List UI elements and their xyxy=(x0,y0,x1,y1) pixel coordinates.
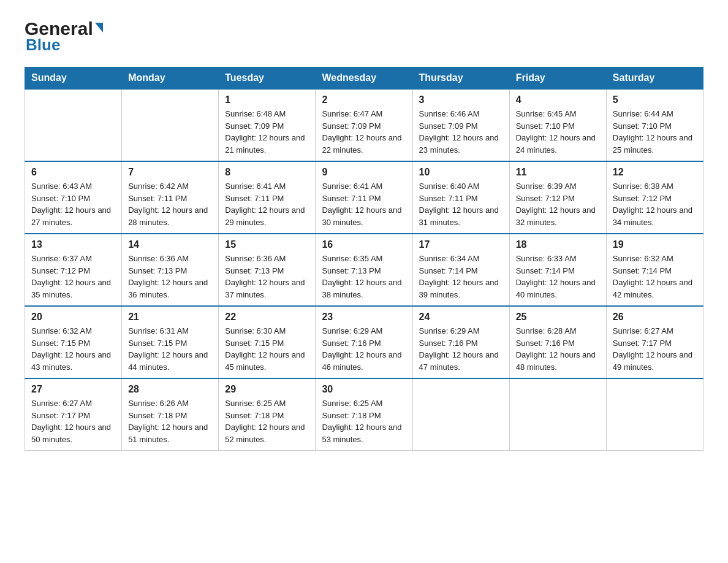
calendar-cell: 19Sunrise: 6:32 AMSunset: 7:14 PMDayligh… xyxy=(606,234,703,306)
header-wednesday: Wednesday xyxy=(316,67,412,90)
calendar-cell: 13Sunrise: 6:37 AMSunset: 7:12 PMDayligh… xyxy=(25,234,122,306)
day-number: 1 xyxy=(225,94,309,105)
day-info: Sunrise: 6:32 AMSunset: 7:15 PMDaylight:… xyxy=(31,325,115,373)
day-info: Sunrise: 6:41 AMSunset: 7:11 PMDaylight:… xyxy=(225,180,309,228)
day-number: 30 xyxy=(322,384,406,395)
calendar-cell xyxy=(412,378,509,451)
day-info: Sunrise: 6:37 AMSunset: 7:12 PMDaylight:… xyxy=(31,253,115,301)
calendar-week-row: 13Sunrise: 6:37 AMSunset: 7:12 PMDayligh… xyxy=(25,234,703,306)
day-info: Sunrise: 6:38 AMSunset: 7:12 PMDaylight:… xyxy=(613,180,697,228)
calendar-cell: 29Sunrise: 6:25 AMSunset: 7:18 PMDayligh… xyxy=(219,378,316,451)
header-saturday: Saturday xyxy=(606,67,703,90)
day-number: 11 xyxy=(516,167,600,178)
day-info: Sunrise: 6:30 AMSunset: 7:15 PMDaylight:… xyxy=(225,325,309,373)
day-number: 16 xyxy=(322,239,406,250)
calendar-cell: 8Sunrise: 6:41 AMSunset: 7:11 PMDaylight… xyxy=(219,161,316,234)
calendar-cell: 21Sunrise: 6:31 AMSunset: 7:15 PMDayligh… xyxy=(122,306,219,378)
day-number: 2 xyxy=(322,94,406,105)
header-thursday: Thursday xyxy=(412,67,509,90)
day-number: 4 xyxy=(516,94,600,105)
day-number: 15 xyxy=(225,239,309,250)
day-info: Sunrise: 6:27 AMSunset: 7:17 PMDaylight:… xyxy=(613,325,697,373)
header-tuesday: Tuesday xyxy=(219,67,316,90)
day-info: Sunrise: 6:25 AMSunset: 7:18 PMDaylight:… xyxy=(225,397,309,445)
logo-arrow-icon xyxy=(95,23,103,33)
day-info: Sunrise: 6:28 AMSunset: 7:16 PMDaylight:… xyxy=(516,325,600,373)
calendar-cell: 2Sunrise: 6:47 AMSunset: 7:09 PMDaylight… xyxy=(316,89,412,161)
day-number: 20 xyxy=(31,312,115,323)
header-sunday: Sunday xyxy=(25,67,122,90)
logo: General Blue xyxy=(25,18,103,55)
day-info: Sunrise: 6:34 AMSunset: 7:14 PMDaylight:… xyxy=(419,253,503,301)
day-info: Sunrise: 6:36 AMSunset: 7:13 PMDaylight:… xyxy=(128,253,212,301)
calendar-cell: 30Sunrise: 6:25 AMSunset: 7:18 PMDayligh… xyxy=(316,378,412,451)
calendar-cell: 24Sunrise: 6:29 AMSunset: 7:16 PMDayligh… xyxy=(412,306,509,378)
calendar-cell: 7Sunrise: 6:42 AMSunset: 7:11 PMDaylight… xyxy=(122,161,219,234)
calendar-header-row: SundayMondayTuesdayWednesdayThursdayFrid… xyxy=(25,67,703,90)
calendar-table: SundayMondayTuesdayWednesdayThursdayFrid… xyxy=(25,67,703,451)
calendar-cell: 12Sunrise: 6:38 AMSunset: 7:12 PMDayligh… xyxy=(606,161,703,234)
header-monday: Monday xyxy=(122,67,219,90)
day-number: 10 xyxy=(419,167,503,178)
day-number: 7 xyxy=(128,167,212,178)
calendar-cell: 26Sunrise: 6:27 AMSunset: 7:17 PMDayligh… xyxy=(606,306,703,378)
calendar-cell: 15Sunrise: 6:36 AMSunset: 7:13 PMDayligh… xyxy=(219,234,316,306)
calendar-cell: 9Sunrise: 6:41 AMSunset: 7:11 PMDaylight… xyxy=(316,161,412,234)
calendar-cell: 10Sunrise: 6:40 AMSunset: 7:11 PMDayligh… xyxy=(412,161,509,234)
day-number: 26 xyxy=(613,312,697,323)
day-number: 8 xyxy=(225,167,309,178)
day-number: 9 xyxy=(322,167,406,178)
day-info: Sunrise: 6:31 AMSunset: 7:15 PMDaylight:… xyxy=(128,325,212,373)
day-number: 25 xyxy=(516,312,600,323)
day-info: Sunrise: 6:41 AMSunset: 7:11 PMDaylight:… xyxy=(322,180,406,228)
calendar-cell: 28Sunrise: 6:26 AMSunset: 7:18 PMDayligh… xyxy=(122,378,219,451)
calendar-cell: 4Sunrise: 6:45 AMSunset: 7:10 PMDaylight… xyxy=(509,89,606,161)
day-number: 21 xyxy=(128,312,212,323)
calendar-cell: 27Sunrise: 6:27 AMSunset: 7:17 PMDayligh… xyxy=(25,378,122,451)
page-header: General Blue xyxy=(25,18,703,55)
day-number: 24 xyxy=(419,312,503,323)
day-info: Sunrise: 6:48 AMSunset: 7:09 PMDaylight:… xyxy=(225,108,309,156)
day-number: 12 xyxy=(613,167,697,178)
calendar-week-row: 6Sunrise: 6:43 AMSunset: 7:10 PMDaylight… xyxy=(25,161,703,234)
day-number: 13 xyxy=(31,239,115,250)
day-number: 23 xyxy=(322,312,406,323)
day-number: 22 xyxy=(225,312,309,323)
day-number: 3 xyxy=(419,94,503,105)
day-info: Sunrise: 6:47 AMSunset: 7:09 PMDaylight:… xyxy=(322,108,406,156)
day-number: 19 xyxy=(613,239,697,250)
day-info: Sunrise: 6:29 AMSunset: 7:16 PMDaylight:… xyxy=(419,325,503,373)
day-info: Sunrise: 6:44 AMSunset: 7:10 PMDaylight:… xyxy=(613,108,697,156)
header-friday: Friday xyxy=(509,67,606,90)
day-info: Sunrise: 6:29 AMSunset: 7:16 PMDaylight:… xyxy=(322,325,406,373)
day-info: Sunrise: 6:42 AMSunset: 7:11 PMDaylight:… xyxy=(128,180,212,228)
calendar-week-row: 1Sunrise: 6:48 AMSunset: 7:09 PMDaylight… xyxy=(25,89,703,161)
day-info: Sunrise: 6:45 AMSunset: 7:10 PMDaylight:… xyxy=(516,108,600,156)
calendar-cell: 3Sunrise: 6:46 AMSunset: 7:09 PMDaylight… xyxy=(412,89,509,161)
day-number: 5 xyxy=(613,94,697,105)
calendar-cell: 14Sunrise: 6:36 AMSunset: 7:13 PMDayligh… xyxy=(122,234,219,306)
calendar-cell: 23Sunrise: 6:29 AMSunset: 7:16 PMDayligh… xyxy=(316,306,412,378)
day-info: Sunrise: 6:27 AMSunset: 7:17 PMDaylight:… xyxy=(31,397,115,445)
day-info: Sunrise: 6:32 AMSunset: 7:14 PMDaylight:… xyxy=(613,253,697,301)
day-info: Sunrise: 6:35 AMSunset: 7:13 PMDaylight:… xyxy=(322,253,406,301)
calendar-cell: 17Sunrise: 6:34 AMSunset: 7:14 PMDayligh… xyxy=(412,234,509,306)
calendar-cell: 6Sunrise: 6:43 AMSunset: 7:10 PMDaylight… xyxy=(25,161,122,234)
calendar-cell: 18Sunrise: 6:33 AMSunset: 7:14 PMDayligh… xyxy=(509,234,606,306)
day-info: Sunrise: 6:33 AMSunset: 7:14 PMDaylight:… xyxy=(516,253,600,301)
calendar-cell: 22Sunrise: 6:30 AMSunset: 7:15 PMDayligh… xyxy=(219,306,316,378)
day-info: Sunrise: 6:43 AMSunset: 7:10 PMDaylight:… xyxy=(31,180,115,228)
calendar-cell: 1Sunrise: 6:48 AMSunset: 7:09 PMDaylight… xyxy=(219,89,316,161)
day-info: Sunrise: 6:36 AMSunset: 7:13 PMDaylight:… xyxy=(225,253,309,301)
day-number: 17 xyxy=(419,239,503,250)
calendar-week-row: 20Sunrise: 6:32 AMSunset: 7:15 PMDayligh… xyxy=(25,306,703,378)
day-info: Sunrise: 6:26 AMSunset: 7:18 PMDaylight:… xyxy=(128,397,212,445)
day-info: Sunrise: 6:46 AMSunset: 7:09 PMDaylight:… xyxy=(419,108,503,156)
day-number: 14 xyxy=(128,239,212,250)
day-info: Sunrise: 6:40 AMSunset: 7:11 PMDaylight:… xyxy=(419,180,503,228)
calendar-cell xyxy=(606,378,703,451)
calendar-cell xyxy=(509,378,606,451)
day-number: 28 xyxy=(128,384,212,395)
logo-blue-text: Blue xyxy=(26,36,60,55)
day-number: 29 xyxy=(225,384,309,395)
